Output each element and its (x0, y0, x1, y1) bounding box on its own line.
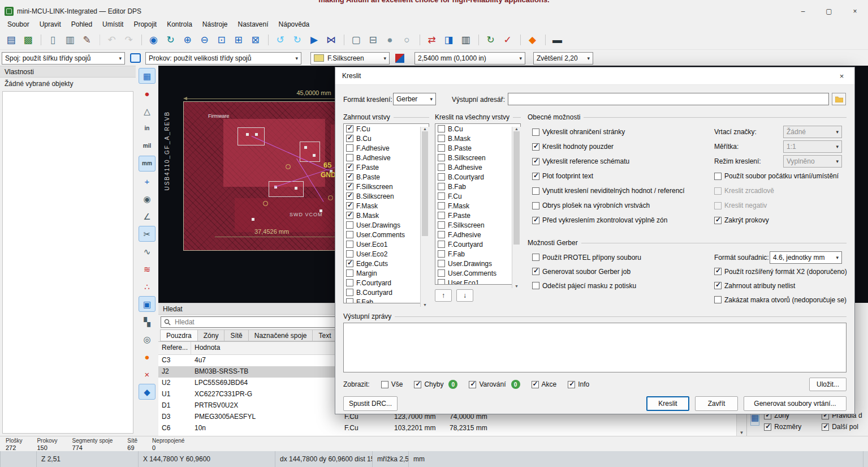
via-display-icon[interactable]: ◎ (139, 331, 156, 347)
zoom-out-icon[interactable]: ⊖ (197, 32, 212, 48)
lock-icon[interactable]: ● (382, 32, 398, 48)
run-drc-button[interactable]: Spustit DRC... (343, 396, 398, 411)
option-checkbox[interactable]: Před vykreslením zkontrolovat výplně zón (532, 213, 714, 228)
close-dialog-button[interactable]: Zavřít (695, 396, 738, 411)
search-tab[interactable]: Text (313, 329, 337, 341)
menu-item[interactable]: Upravit (34, 19, 66, 30)
measure-icon[interactable]: △ (139, 103, 156, 119)
layer-checkbox[interactable]: B.Courtyard (435, 172, 512, 182)
layer-checkbox[interactable]: B.Silkscreen (435, 153, 512, 162)
polar-coords-icon[interactable]: ∠ (139, 208, 156, 224)
trim-tracks-icon[interactable]: ✂ (139, 226, 156, 242)
zoom-selection-icon[interactable]: ⊠ (248, 32, 263, 48)
option-checkbox[interactable]: Zakázat makra otvorů (nedoporučuje se) (714, 293, 842, 307)
grid-select[interactable]: 2,5400 mm (0,1000 in)▾ (414, 52, 525, 65)
plugin-icon[interactable]: ◆ (525, 32, 540, 48)
option-checkbox[interactable]: Vykreslit ohraničení stránky (532, 125, 714, 139)
net-class-edit-button[interactable] (128, 52, 142, 65)
menu-item[interactable]: Nápověda (274, 19, 315, 30)
layer-checkbox[interactable]: B.Cu (344, 134, 420, 143)
filter-checkbox[interactable]: Vše (381, 380, 403, 388)
option-checkbox[interactable]: Použít rozšířený formát X2 (doporučeno) (714, 264, 842, 279)
layer-checkbox[interactable]: F.Silkscreen (435, 220, 512, 230)
table-row[interactable]: C6 10n F.Cu 103,2201 mm 78,2315 mm (158, 423, 746, 434)
output-messages-box[interactable] (343, 323, 847, 372)
option-checkbox[interactable]: Vynutit kreslení neviditelných hodnot / … (532, 183, 714, 198)
layer-checkbox[interactable]: B.Mask (344, 211, 420, 220)
option-checkbox[interactable]: Kreslit zrcadlově (714, 183, 842, 198)
filter-checkbox[interactable]: Chyby 0 (414, 380, 457, 389)
plot-button[interactable]: Kreslit (646, 396, 689, 411)
layer-checkbox[interactable]: B.Fab (435, 182, 512, 191)
layer-checkbox[interactable]: B.Silkscreen (344, 191, 420, 201)
option-checkbox[interactable]: Odečíst pájecí masku z potisku (532, 279, 714, 293)
grid-settings-icon[interactable]: ▦ (139, 68, 156, 84)
flip-view-icon[interactable]: ▶ (306, 32, 322, 48)
save-icon[interactable]: ▤ (3, 32, 19, 48)
option-checkbox[interactable]: Generovat soubor Gerber job (532, 264, 714, 279)
layer-checkbox[interactable]: F.Fab (344, 297, 420, 303)
include-layers-scrollbar[interactable]: ▲▼ (420, 127, 429, 307)
ratsnest-icon[interactable]: ∴ (139, 279, 156, 294)
find-icon[interactable]: ◉ (146, 32, 161, 48)
locked-items-icon[interactable]: ● (139, 85, 156, 101)
layer-checkbox[interactable]: User.Eco1 (435, 278, 512, 285)
layer-checkbox[interactable]: User.Drawings (435, 259, 512, 268)
plot-icon[interactable]: ✎ (79, 32, 94, 48)
footprint-browser-icon[interactable]: ◨ (441, 32, 456, 48)
unlock-icon[interactable]: ○ (399, 32, 414, 48)
layer-checkbox[interactable]: F.Courtyard (344, 278, 420, 288)
mirror-view-icon[interactable]: ⋈ (323, 32, 339, 48)
column-header-reference[interactable]: Refere... (158, 342, 191, 354)
group-icon[interactable]: ▢ (348, 32, 364, 48)
units-mm-icon[interactable]: mm (139, 156, 156, 172)
browse-folder-button[interactable] (832, 93, 846, 105)
layer-checkbox[interactable]: Edge.Cuts (344, 259, 420, 268)
layer-checkbox[interactable]: F.Paste (435, 211, 512, 220)
print-icon[interactable]: ▥ (62, 32, 77, 48)
layer-checkbox[interactable]: F.Paste (344, 162, 420, 172)
units-inches-icon[interactable]: in (139, 121, 156, 136)
layer-checkbox[interactable]: B.Adhesive (344, 153, 420, 162)
layer-checkbox[interactable]: F.Cu (344, 124, 420, 134)
scripting-console-icon[interactable]: ▬ (550, 32, 565, 48)
layer-checkbox[interactable]: B.Mask (435, 134, 512, 143)
appearance-panel-icon[interactable]: ◆ (139, 384, 156, 400)
layer-checkbox[interactable]: F.Adhesive (344, 143, 420, 153)
menu-item[interactable]: Soubor (2, 19, 34, 30)
ungroup-icon[interactable]: ⊟ (365, 32, 381, 48)
option-checkbox[interactable]: Kreslit negativ (714, 198, 842, 213)
active-layer-select[interactable]: F.Silkscreen▾ (310, 52, 390, 65)
via-size-select[interactable]: Prokov: použít velikosti třídy spojů▾ (145, 52, 301, 65)
option-checkbox[interactable]: Použít soubor počátku vrtání/umístění (714, 169, 842, 183)
menu-item[interactable]: Kontrola (162, 19, 197, 30)
unconnected-display-icon[interactable]: × (139, 366, 156, 382)
option-checkbox[interactable]: Plot footprint text (532, 169, 714, 183)
three-d-viewer-icon[interactable]: ▥ (458, 32, 473, 48)
layer-checkbox[interactable]: B.Courtyard (344, 288, 420, 297)
layer-checkbox[interactable]: F.Courtyard (435, 239, 512, 249)
layer-checkbox[interactable]: B.Adhesive (435, 162, 512, 172)
column-header-value[interactable]: Hodnota (191, 342, 341, 354)
option-checkbox[interactable]: Zakrýt prokovy (714, 213, 842, 228)
crosshair-style-icon[interactable]: + (139, 173, 156, 189)
move-layer-up-button[interactable]: ↑ (435, 289, 452, 302)
drc-icon[interactable]: ✓ (500, 32, 515, 48)
plot-format-select[interactable]: Gerber▾ (393, 93, 436, 105)
search-tab[interactable]: Sítě (224, 329, 248, 341)
layer-checkbox[interactable]: User.Comments (344, 230, 420, 239)
zoom-fit-page-icon[interactable]: ⊡ (214, 32, 229, 48)
option-checkbox[interactable]: Vykreslit reference schématu (532, 154, 714, 169)
layer-checkbox[interactable]: User.Drawings (344, 220, 420, 230)
option-checkbox[interactable]: Zahrnout atributy netlist (714, 279, 842, 293)
zone-display-icon[interactable]: ● (139, 349, 156, 365)
layer-checkbox[interactable]: F.Adhesive (435, 230, 512, 239)
undo-icon[interactable]: ↶ (104, 32, 119, 48)
update-footprints-icon[interactable]: ↻ (483, 32, 498, 48)
layer-checkbox[interactable]: F.Mask (344, 201, 420, 211)
board-setup-icon[interactable]: ▩ (20, 32, 36, 48)
layer-checkbox[interactable]: User.Comments (435, 268, 512, 278)
move-layer-down-button[interactable]: ↓ (456, 289, 473, 302)
scroll-down-icon[interactable]: ▼ (740, 430, 744, 435)
refresh-view-icon[interactable]: ↻ (163, 32, 178, 48)
